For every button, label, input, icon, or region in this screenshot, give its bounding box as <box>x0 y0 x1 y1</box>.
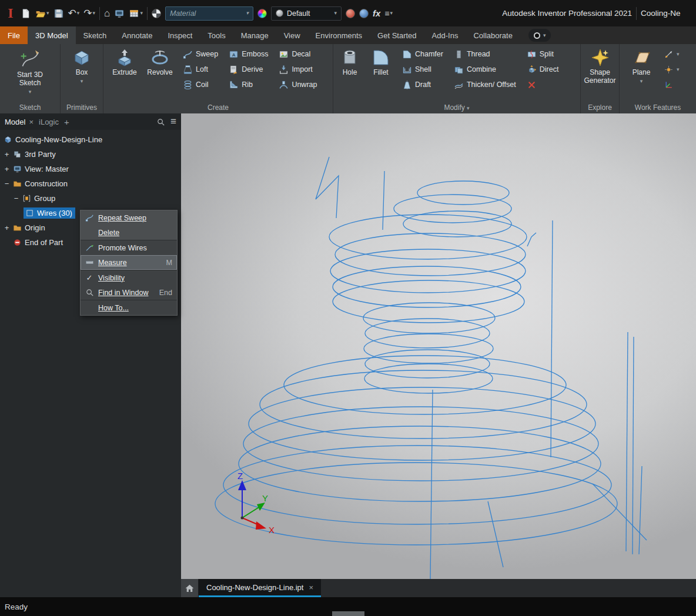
tab-view[interactable]: View <box>276 26 308 44</box>
ruler-icon <box>84 258 95 267</box>
home-button[interactable]: ⌂ <box>104 6 110 21</box>
thicken-offset-icon <box>454 80 464 90</box>
delete-button[interactable] <box>524 77 562 92</box>
shape-generator-button[interactable]: Shape Generator <box>583 46 617 102</box>
expand-icon[interactable]: + <box>4 165 10 173</box>
combine-button[interactable]: Combine <box>451 62 519 77</box>
revolve-button[interactable]: Revolve <box>145 46 175 102</box>
panel-label-create[interactable]: Create <box>103 102 333 113</box>
rib-button[interactable]: Rib <box>226 77 271 92</box>
draft-button[interactable]: Draft <box>399 77 446 92</box>
tab-manage[interactable]: Manage <box>233 26 276 44</box>
viewport[interactable]: Z Y X <box>181 113 696 579</box>
menu-item-find-in-window[interactable]: Find in Window End <box>81 285 177 300</box>
import-button[interactable]: Import <box>276 62 320 77</box>
panel-label-work-features[interactable]: Work Features <box>620 102 696 113</box>
menu-item-measure[interactable]: Measure M <box>81 255 177 270</box>
status-text: Ready <box>5 602 28 611</box>
panel-label-modify[interactable]: Modify ▾ <box>333 102 580 113</box>
unwrap-button[interactable]: Unwrap <box>276 77 320 92</box>
home-view-button[interactable] <box>181 579 199 597</box>
expand-icon[interactable]: + <box>4 223 10 232</box>
appearance-combo[interactable]: Default ▾ <box>271 6 342 21</box>
tab-3d-model[interactable]: 3D Model <box>28 26 76 44</box>
menu-item-visibility[interactable]: ✓ Visibility <box>81 270 177 285</box>
tab-inspect[interactable]: Inspect <box>160 26 200 44</box>
close-icon[interactable]: × <box>29 118 34 126</box>
expand-icon[interactable]: + <box>4 150 10 159</box>
collapse-icon[interactable]: − <box>4 179 10 188</box>
decal-button[interactable]: Decal <box>276 46 320 62</box>
split-button[interactable]: Split <box>524 46 562 62</box>
tab-environments[interactable]: Environments <box>308 26 370 44</box>
sweep-button[interactable]: Sweep <box>180 46 221 62</box>
extrude-button[interactable]: Extrude <box>109 46 140 102</box>
tab-collaborate[interactable]: Collaborate <box>466 26 520 44</box>
tab-annotate[interactable]: Annotate <box>114 26 160 44</box>
close-icon[interactable]: × <box>309 583 313 592</box>
start-3d-sketch-button[interactable]: Start 3D Sketch ▾ <box>9 46 51 102</box>
collapse-icon[interactable]: − <box>13 194 19 203</box>
redo-button[interactable]: ↷▾ <box>83 6 95 21</box>
plane-button[interactable]: Plane ▾ <box>628 46 655 102</box>
tree-item-group[interactable]: − Group <box>0 191 181 206</box>
tab-ilogic[interactable]: iLogic <box>39 118 59 126</box>
decal-icon <box>279 49 289 59</box>
ucs-button[interactable] <box>661 77 682 92</box>
horizontal-scrollbar-thumb[interactable] <box>332 611 364 616</box>
emboss-button[interactable]: Emboss <box>226 46 271 62</box>
appearance-ball-icon[interactable] <box>152 9 161 18</box>
measure-menu-button[interactable]: ≡▾ <box>384 6 393 21</box>
work-point-button[interactable]: ▾ <box>661 62 682 77</box>
add-browser-tab-button[interactable]: + <box>64 117 69 127</box>
tree-item-3rd-party[interactable]: + 3rd Party <box>0 147 181 162</box>
thread-button[interactable]: Thread <box>451 46 519 62</box>
undo-button[interactable]: ↶▾ <box>68 6 80 21</box>
fx-parameters-button[interactable]: fx <box>373 6 380 21</box>
ribbon-options-button[interactable]: ▾ <box>528 29 551 42</box>
chevron-down-icon: ▾ <box>640 79 643 84</box>
panel-label-explore[interactable]: Explore <box>581 102 619 113</box>
fillet-button[interactable]: Fillet <box>367 46 394 102</box>
browser-menu-icon[interactable]: ≡ <box>170 116 176 128</box>
new-file-button[interactable] <box>21 6 31 21</box>
tab-sketch[interactable]: Sketch <box>76 26 115 44</box>
material-combo-value: Material <box>170 9 196 18</box>
panel-label-primitives[interactable]: Primitives <box>61 102 103 113</box>
hole-button[interactable]: Hole <box>337 46 363 102</box>
save-button[interactable] <box>53 6 64 21</box>
tab-model[interactable]: Model × <box>5 118 34 126</box>
menu-item-how-to[interactable]: How To... <box>81 300 177 315</box>
loft-button[interactable]: Loft <box>180 62 221 77</box>
thicken-offset-button[interactable]: Thicken/ Offset <box>451 77 519 92</box>
work-axis-button[interactable]: ▾ <box>661 46 682 62</box>
material-combo[interactable]: Material ▾ <box>165 6 253 21</box>
document-tab[interactable]: Cooling-New-Design-Line.ipt × <box>199 579 321 597</box>
document-tab-bar: Cooling-New-Design-Line.ipt × <box>181 579 696 597</box>
menu-item-repeat-sweep[interactable]: Repeat Sweep <box>81 210 177 225</box>
tree-item-root-part[interactable]: Cooling-New-Design-Line <box>0 132 181 147</box>
tab-tools[interactable]: Tools <box>200 26 233 44</box>
panel-label-sketch[interactable]: Sketch <box>0 102 60 113</box>
coil-button[interactable]: Coil <box>180 77 221 92</box>
adjust-appearance-icon[interactable] <box>346 9 355 18</box>
panel-work-features: Plane ▾ ▾ ▾ Work Features <box>620 44 696 113</box>
shell-button[interactable]: Shell <box>399 62 446 77</box>
parameters-table-button[interactable]: ▾ <box>129 6 143 21</box>
tab-file[interactable]: File <box>0 26 28 44</box>
chamfer-button[interactable]: Chamfer <box>399 46 446 62</box>
tree-item-view-master[interactable]: + View: Master <box>0 162 181 176</box>
color-wheel-icon[interactable] <box>257 9 267 18</box>
derive-button[interactable]: Derive <box>226 62 271 77</box>
tab-add-ins[interactable]: Add-Ins <box>424 26 466 44</box>
box-button[interactable]: Box ▾ <box>65 46 99 102</box>
tab-get-started[interactable]: Get Started <box>370 26 424 44</box>
menu-item-delete[interactable]: Delete <box>81 225 177 240</box>
menu-item-promote-wires[interactable]: Promote Wires <box>81 240 177 255</box>
direct-button[interactable]: Direct <box>524 62 562 77</box>
search-icon[interactable] <box>156 118 165 126</box>
clear-appearance-icon[interactable] <box>359 9 369 18</box>
view-settings-button[interactable] <box>114 6 125 21</box>
tree-item-construction[interactable]: − Construction <box>0 176 181 191</box>
open-button[interactable]: ▾ <box>35 6 49 21</box>
